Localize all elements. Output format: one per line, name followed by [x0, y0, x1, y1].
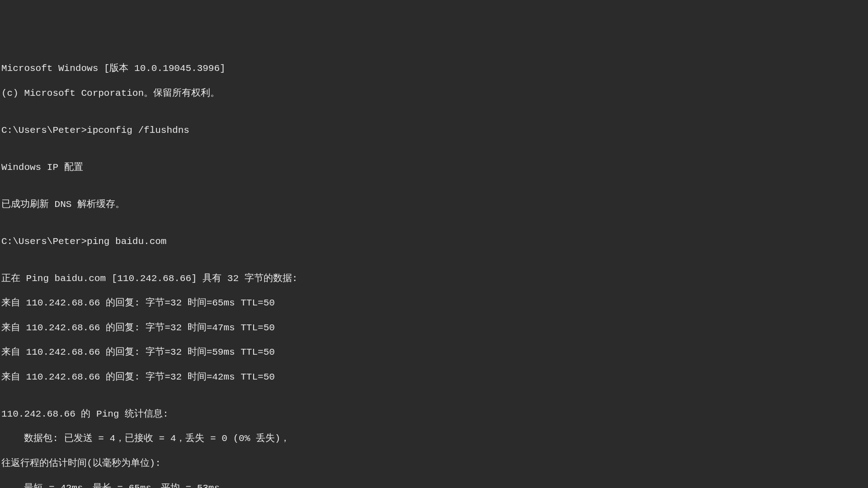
- command-text: ping baidu.com: [87, 236, 166, 247]
- command-line-2: C:\Users\Peter>ping baidu.com: [1, 235, 867, 248]
- ping-stats-packets: 数据包: 已发送 = 4，已接收 = 4，丢失 = 0 (0% 丢失)，: [1, 432, 867, 445]
- ipconfig-result: 已成功刷新 DNS 解析缓存。: [1, 198, 867, 211]
- ping-reply: 来自 110.242.68.66 的回复: 字节=32 时间=47ms TTL=…: [1, 322, 867, 334]
- ping-stats-header: 110.242.68.66 的 Ping 统计信息:: [1, 408, 867, 420]
- terminal-window[interactable]: Microsoft Windows [版本 10.0.19045.3996] (…: [1, 50, 867, 488]
- command-text: ipconfig /flushdns: [87, 125, 189, 136]
- ping-reply: 来自 110.242.68.66 的回复: 字节=32 时间=42ms TTL=…: [1, 371, 867, 383]
- ping-rtt-values: 最短 = 42ms，最长 = 65ms，平均 = 53ms: [1, 482, 867, 488]
- prompt-text: C:\Users\Peter>: [1, 125, 87, 136]
- ping-reply: 来自 110.242.68.66 的回复: 字节=32 时间=59ms TTL=…: [1, 346, 867, 358]
- command-line-1: C:\Users\Peter>ipconfig /flushdns: [1, 124, 867, 136]
- ping-rtt-header: 往返行程的估计时间(以毫秒为单位):: [1, 457, 867, 469]
- ping-reply: 来自 110.242.68.66 的回复: 字节=32 时间=65ms TTL=…: [1, 297, 867, 309]
- ping-header: 正在 Ping baidu.com [110.242.68.66] 具有 32 …: [1, 272, 867, 285]
- copyright-line: (c) Microsoft Corporation。保留所有权利。: [1, 87, 867, 99]
- windows-version-line: Microsoft Windows [版本 10.0.19045.3996]: [1, 62, 867, 75]
- ipconfig-header: Windows IP 配置: [1, 161, 867, 174]
- prompt-text: C:\Users\Peter>: [1, 236, 87, 247]
